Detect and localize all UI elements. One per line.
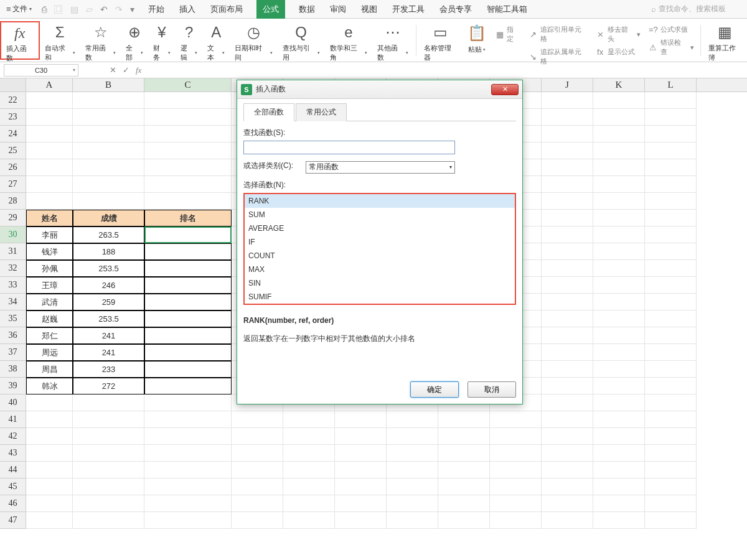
- cell[interactable]: [335, 462, 387, 478]
- cell[interactable]: [73, 92, 144, 109]
- cell[interactable]: [542, 294, 593, 310]
- cell[interactable]: 246: [73, 277, 144, 294]
- cell[interactable]: [387, 478, 438, 495]
- show-formula-button[interactable]: fx显示公式: [595, 46, 641, 58]
- row-header[interactable]: 23: [0, 109, 26, 126]
- designate-button[interactable]: ▦指定: [495, 24, 521, 45]
- cell[interactable]: [542, 344, 593, 361]
- cell[interactable]: [144, 176, 232, 193]
- tab-all-functions[interactable]: 全部函数: [243, 103, 294, 121]
- cell[interactable]: [645, 344, 697, 361]
- cell[interactable]: [26, 176, 73, 193]
- cell[interactable]: [645, 445, 697, 462]
- cell[interactable]: 钱洋: [26, 243, 73, 260]
- cell[interactable]: 233: [73, 361, 144, 378]
- cell[interactable]: [645, 176, 697, 193]
- cell[interactable]: [490, 445, 542, 462]
- row-header[interactable]: 29: [0, 210, 26, 226]
- cell[interactable]: [593, 243, 645, 260]
- cell[interactable]: [144, 478, 232, 495]
- print-icon[interactable]: ⎙: [42, 4, 47, 14]
- cell[interactable]: [645, 294, 697, 310]
- menu-formula[interactable]: 公式: [256, 0, 285, 19]
- cell[interactable]: [542, 428, 593, 445]
- col-header-J[interactable]: J: [542, 78, 593, 91]
- cell[interactable]: [593, 327, 645, 344]
- logic-button[interactable]: ? 逻辑▾: [176, 21, 203, 60]
- menu-review[interactable]: 审阅: [329, 0, 347, 19]
- cell[interactable]: [144, 428, 232, 445]
- trace-dependents-button[interactable]: ↘追踪从属单元格: [528, 46, 588, 67]
- cell[interactable]: [645, 327, 697, 344]
- math-button[interactable]: e 数学和三角▾: [325, 21, 372, 60]
- open-icon[interactable]: ▱: [86, 4, 93, 14]
- cell[interactable]: 253.5: [73, 260, 144, 277]
- function-list-item[interactable]: SUM: [245, 208, 515, 222]
- row-header[interactable]: 37: [0, 344, 26, 361]
- cell[interactable]: [335, 478, 387, 495]
- paste-button[interactable]: 📋 粘贴▾: [463, 21, 491, 60]
- cell[interactable]: [73, 193, 144, 210]
- cell[interactable]: [387, 512, 438, 529]
- cell[interactable]: [144, 226, 232, 243]
- cell[interactable]: 郑仁: [26, 327, 73, 344]
- cell[interactable]: [26, 193, 73, 210]
- cell[interactable]: [593, 394, 645, 411]
- col-header-K[interactable]: K: [593, 78, 645, 91]
- cell[interactable]: [73, 445, 144, 462]
- cell[interactable]: [144, 310, 232, 327]
- cell[interactable]: [542, 394, 593, 411]
- category-select[interactable]: 常用函数 ▾: [306, 161, 455, 174]
- cell[interactable]: [542, 92, 593, 109]
- cell[interactable]: [26, 462, 73, 478]
- cell[interactable]: [490, 495, 542, 512]
- print-preview-icon[interactable]: ⿴: [54, 4, 63, 14]
- cell[interactable]: [593, 294, 645, 310]
- cell[interactable]: [26, 142, 73, 159]
- cell[interactable]: [26, 109, 73, 126]
- cell[interactable]: [438, 512, 490, 529]
- function-list-item[interactable]: SIN: [245, 276, 515, 290]
- cell[interactable]: [232, 411, 283, 428]
- cell[interactable]: [542, 260, 593, 277]
- row-header[interactable]: 43: [0, 445, 26, 462]
- function-list-item[interactable]: SUMIF: [245, 290, 515, 304]
- cell[interactable]: [593, 478, 645, 495]
- cell[interactable]: [542, 378, 593, 394]
- cell[interactable]: [144, 361, 232, 378]
- command-search[interactable]: ⌕ 查找命令、搜索模板: [651, 4, 726, 14]
- all-func-button[interactable]: ⊕ 全部▾: [121, 21, 148, 60]
- cell[interactable]: [645, 512, 697, 529]
- cell[interactable]: [232, 495, 283, 512]
- cell[interactable]: [283, 445, 335, 462]
- cell[interactable]: [593, 226, 645, 243]
- cell[interactable]: [73, 512, 144, 529]
- cell[interactable]: [593, 126, 645, 142]
- other-func-button[interactable]: ⋯ 其他函数▾: [372, 21, 413, 60]
- cell[interactable]: [26, 411, 73, 428]
- row-header[interactable]: 40: [0, 394, 26, 411]
- cell[interactable]: 周昌: [26, 361, 73, 378]
- cell[interactable]: [542, 478, 593, 495]
- cell[interactable]: [645, 92, 697, 109]
- row-header[interactable]: 31: [0, 243, 26, 260]
- row-header[interactable]: 32: [0, 260, 26, 277]
- cell[interactable]: [438, 495, 490, 512]
- cell[interactable]: [593, 445, 645, 462]
- cell[interactable]: [73, 142, 144, 159]
- search-function-input[interactable]: [243, 141, 455, 154]
- cell[interactable]: [542, 109, 593, 126]
- row-header[interactable]: 36: [0, 327, 26, 344]
- cell[interactable]: [593, 92, 645, 109]
- qat-dropdown-icon[interactable]: ▾: [130, 4, 134, 14]
- cell[interactable]: [645, 310, 697, 327]
- function-list[interactable]: RANKSUMAVERAGEIFCOUNTMAXSINSUMIF: [243, 193, 516, 305]
- cancel-edit-icon[interactable]: ✕: [110, 65, 116, 75]
- function-list-item[interactable]: IF: [245, 235, 515, 249]
- cell[interactable]: [542, 210, 593, 226]
- row-header[interactable]: 38: [0, 361, 26, 378]
- lookup-button[interactable]: Q 查找与引用▾: [278, 21, 325, 60]
- cell[interactable]: [387, 495, 438, 512]
- cell[interactable]: [542, 126, 593, 142]
- cell[interactable]: [593, 109, 645, 126]
